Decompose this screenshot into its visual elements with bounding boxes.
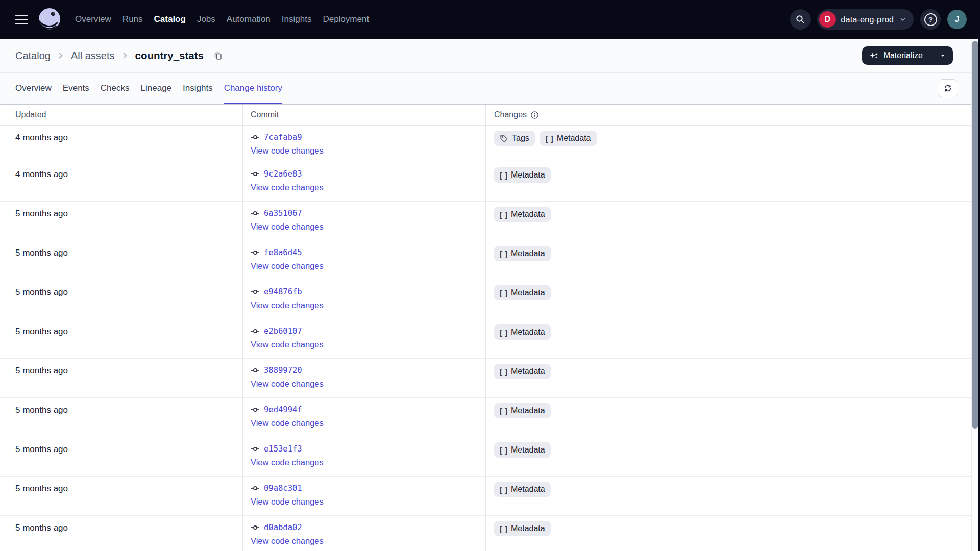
table-row: 5 months ago fe8a6d45 View code changes …: [0, 241, 980, 280]
table-row: 5 months ago 09a8c301 View code changes …: [0, 477, 980, 516]
changes-cell: []Metadata: [485, 477, 980, 515]
git-commit-icon: [251, 444, 260, 454]
dagster-logo[interactable]: [36, 6, 63, 33]
commit-link[interactable]: e2b60107: [264, 327, 302, 336]
tab-insights[interactable]: Insights: [183, 73, 213, 104]
tab-change-history[interactable]: Change history: [224, 73, 282, 104]
user-avatar[interactable]: J: [947, 10, 967, 29]
nav-item-jobs[interactable]: Jobs: [197, 11, 215, 28]
column-header-changes: Changes: [485, 105, 980, 125]
commit-link[interactable]: 38899720: [264, 366, 302, 375]
top-nav: OverviewRunsCatalogJobsAutomationInsight…: [0, 0, 980, 39]
workspace-switcher[interactable]: D data-eng-prod: [817, 9, 914, 30]
updated-text: 5 months ago: [15, 523, 68, 533]
change-badge-metadata: []Metadata: [494, 521, 551, 536]
tab-lineage[interactable]: Lineage: [141, 73, 172, 104]
nav-item-deployment[interactable]: Deployment: [323, 11, 369, 28]
badge-label: Metadata: [511, 406, 545, 415]
help-button[interactable]: ?: [920, 9, 941, 30]
changes-cell: []Metadata: [485, 359, 980, 397]
view-code-changes-link[interactable]: View code changes: [251, 458, 324, 467]
commit-link[interactable]: 6a351067: [264, 209, 302, 218]
changes-cell: []Metadata: [485, 280, 980, 319]
materialize-button[interactable]: Materialize: [862, 46, 932, 65]
commit-link[interactable]: 7cafaba9: [264, 133, 302, 142]
commit-link[interactable]: 9c2a6e83: [264, 169, 302, 179]
nav-item-insights[interactable]: Insights: [282, 11, 312, 28]
workspace-badge: D: [819, 11, 836, 28]
view-code-changes-link[interactable]: View code changes: [251, 300, 324, 310]
commit-link[interactable]: e153e1f3: [264, 444, 302, 454]
materialize-label: Materialize: [884, 51, 923, 60]
commit-link[interactable]: d0abda02: [264, 523, 302, 532]
search-button[interactable]: [790, 9, 811, 30]
commit-link[interactable]: 9ed4994f: [264, 405, 302, 414]
commit-cell: 7cafaba9 View code changes: [242, 126, 485, 162]
table-row: 5 months ago e153e1f3 View code changes …: [0, 437, 980, 477]
change-history-table: Updated Commit Changes 4 months ago 7caf…: [0, 104, 980, 551]
commit-link[interactable]: 09a8c301: [264, 484, 302, 493]
scrollbar-thumb[interactable]: [972, 41, 978, 429]
table-row: 5 months ago e94876fb View code changes …: [0, 280, 980, 319]
updated-cell: 5 months ago: [0, 477, 242, 515]
git-commit-icon: [251, 209, 260, 218]
change-badge-metadata: []Metadata: [540, 131, 597, 146]
commit-link[interactable]: e94876fb: [264, 287, 302, 296]
tab-row: OverviewEventsChecksLineageInsightsChang…: [0, 73, 980, 104]
nav-item-overview[interactable]: Overview: [75, 11, 111, 28]
change-badge-metadata: []Metadata: [494, 403, 551, 418]
updated-text: 5 months ago: [15, 327, 68, 336]
changes-cell: []Metadata: [485, 241, 980, 280]
tab-events[interactable]: Events: [63, 73, 89, 104]
change-badge-metadata: []Metadata: [494, 207, 551, 222]
view-code-changes-link[interactable]: View code changes: [251, 261, 324, 271]
view-code-changes-link[interactable]: View code changes: [251, 536, 324, 546]
refresh-button[interactable]: [938, 79, 958, 97]
table-row: 4 months ago 7cafaba9 View code changes …: [0, 126, 980, 162]
view-code-changes-link[interactable]: View code changes: [251, 183, 324, 192]
view-code-changes-link[interactable]: View code changes: [251, 340, 324, 349]
table-row: 5 months ago 6a351067 View code changes …: [0, 202, 980, 241]
commit-cell: fe8a6d45 View code changes: [242, 241, 485, 280]
materialize-dropdown-button[interactable]: [932, 46, 953, 65]
view-code-changes-link[interactable]: View code changes: [251, 146, 324, 156]
view-code-changes-link[interactable]: View code changes: [251, 222, 324, 232]
materialize-split-button: Materialize: [862, 46, 953, 65]
breadcrumb-link-all-assets[interactable]: All assets: [71, 50, 115, 62]
commit-cell: 9ed4994f View code changes: [242, 398, 485, 437]
git-commit-icon: [251, 366, 260, 375]
copy-asset-name-button[interactable]: [213, 51, 223, 61]
brackets-icon: []: [500, 328, 507, 337]
brackets-icon: []: [500, 407, 507, 415]
badge-label: Tags: [512, 134, 529, 143]
view-code-changes-link[interactable]: View code changes: [251, 497, 324, 507]
git-commit-icon: [251, 523, 260, 532]
view-code-changes-link[interactable]: View code changes: [251, 379, 324, 389]
tab-overview[interactable]: Overview: [15, 73, 52, 104]
view-code-changes-link[interactable]: View code changes: [251, 418, 324, 428]
table-row: 4 months ago 9c2a6e83 View code changes …: [0, 162, 980, 202]
git-commit-icon: [251, 169, 260, 179]
tab-checks[interactable]: Checks: [101, 73, 130, 104]
brackets-icon: []: [500, 485, 507, 494]
commit-cell: e94876fb View code changes: [242, 280, 485, 319]
breadcrumb-link-catalog[interactable]: Catalog: [15, 50, 51, 62]
menu-icon[interactable]: [15, 15, 28, 24]
commit-cell: d0abda02 View code changes: [242, 516, 485, 551]
badge-label: Metadata: [511, 170, 545, 180]
updated-cell: 5 months ago: [0, 319, 242, 358]
commit-link[interactable]: fe8a6d45: [264, 248, 302, 257]
nav-item-catalog[interactable]: Catalog: [154, 11, 186, 28]
caret-down-icon: [939, 52, 946, 59]
updated-text: 5 months ago: [15, 209, 68, 218]
sparkle-icon: [869, 51, 879, 61]
change-badge-metadata: []Metadata: [494, 167, 551, 183]
nav-item-runs[interactable]: Runs: [122, 11, 143, 28]
change-badge-metadata: []Metadata: [494, 285, 551, 300]
nav-item-automation[interactable]: Automation: [227, 11, 271, 28]
info-icon[interactable]: [530, 111, 539, 119]
scrollbar-track[interactable]: [971, 39, 978, 551]
badge-label: Metadata: [557, 134, 591, 143]
brackets-icon: []: [546, 134, 553, 143]
updated-cell: 5 months ago: [0, 202, 242, 241]
